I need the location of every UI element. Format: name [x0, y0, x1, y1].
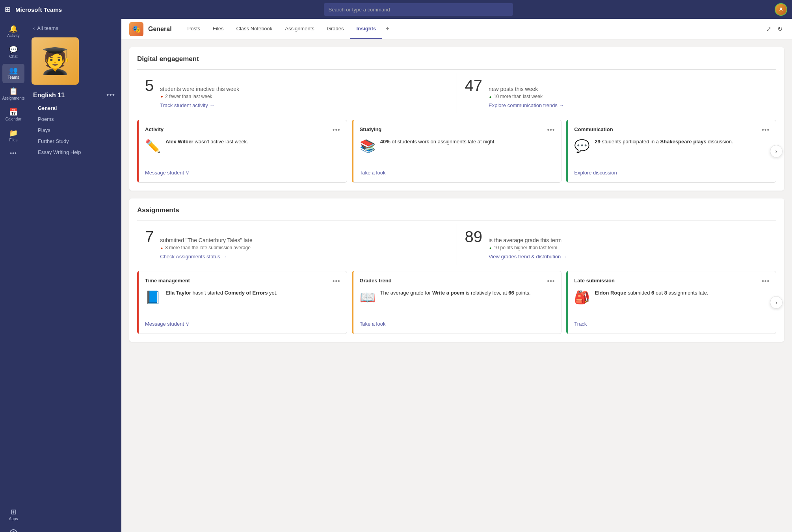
search-input[interactable] [329, 7, 508, 13]
view-grades-link[interactable]: View grades trend & distribution → [489, 254, 567, 260]
app-title: Microsoft Teams [15, 6, 62, 13]
channel-label-poems: Poems [38, 116, 54, 122]
inactive-number: 5 [145, 78, 154, 93]
tab-insights[interactable]: Insights [350, 19, 382, 39]
nav-label-activity: Activity [7, 33, 20, 38]
channel-icon: 🎭 [129, 22, 143, 36]
grade-triangle-icon [489, 245, 492, 250]
tab-files[interactable]: Files [206, 19, 230, 39]
channel-item-further-study[interactable]: Further Study [30, 136, 118, 146]
posts-number: 47 [465, 78, 483, 93]
explore-communication-link[interactable]: Explore communication trends → [489, 102, 564, 108]
refresh-button[interactable]: ↻ [776, 24, 784, 34]
late-stat: 7 submitted "The Canterbury Tales" late … [137, 224, 457, 265]
cards-nav-next-2[interactable]: › [770, 296, 783, 309]
nav-item-chat[interactable]: 💬 Chat [2, 43, 24, 62]
posts-sub: 10 more than last week [489, 94, 564, 99]
grades-trend-card-body: 📖 The average grade for Write a poem is … [360, 289, 555, 315]
team-name-row: English 11 ••• [27, 88, 121, 101]
nav-item-calendar[interactable]: 📅 Calendar [2, 106, 24, 125]
late-submission-card-header: Late submission ••• [574, 278, 770, 285]
channel-item-plays[interactable]: Plays [30, 125, 118, 135]
assignments-section: Assignments 7 submitted "The Canterbury … [129, 198, 784, 342]
channel-item-general[interactable]: General [30, 103, 118, 113]
inactive-sub-text: 2 fewer than last week [165, 94, 212, 99]
nav-item-assignments[interactable]: 📋 Assignments [2, 85, 24, 104]
tab-assignments[interactable]: Assignments [279, 19, 320, 39]
grade-stat: 89 is the average grade this term 10 poi… [457, 224, 777, 265]
studying-card-action[interactable]: Take a look [360, 170, 386, 176]
late-submission-card-dots[interactable]: ••• [762, 278, 770, 285]
tab-nav: Posts Files Class Notebook Assignments G… [181, 19, 764, 39]
nav-item-activity[interactable]: 🔔 Activity [2, 22, 24, 41]
nav-rail-top: 🔔 Activity 💬 Chat 👥 Teams 📋 Assignments … [2, 22, 24, 505]
expand-button[interactable]: ⤢ [764, 24, 773, 34]
channel-label-general: General [38, 105, 57, 111]
communication-card: Communication ••• 💬 29 students particip… [566, 120, 776, 183]
grade-sub-text: 10 points higher than last term [494, 245, 557, 250]
time-management-card: Time management ••• 📘 Ella Taylor hasn't… [137, 271, 347, 334]
avatar[interactable]: A [775, 3, 787, 16]
team-options-dots[interactable]: ••• [106, 91, 115, 99]
studying-card-header: Studying ••• [360, 126, 555, 133]
topbar: ⊞ Microsoft Teams A [0, 0, 792, 19]
late-submission-card-action[interactable]: Track [574, 321, 587, 327]
digital-engagement-title: Digital engagement [137, 55, 776, 63]
grade-sub: 10 points higher than last term [489, 245, 567, 250]
main-wrap: 🔔 Activity 💬 Chat 👥 Teams 📋 Assignments … [0, 19, 792, 532]
app-title-text: Microsoft Teams [15, 6, 62, 13]
activity-card-icon: ✏️ [145, 138, 161, 154]
activity-card-action[interactable]: Message student ∨ [145, 170, 190, 176]
tab-class-notebook[interactable]: Class Notebook [230, 19, 279, 39]
waffle-icon[interactable]: ⊞ [5, 5, 11, 14]
activity-card-dots[interactable]: ••• [333, 126, 340, 133]
nav-label-assignments: Assignments [2, 96, 24, 101]
tab-add-button[interactable]: + [382, 25, 393, 33]
team-avatar-emoji: 🧑‍🎓 [39, 46, 71, 76]
posts-stat: 47 new posts this week 10 more than last… [457, 73, 777, 113]
grade-number: 89 [465, 229, 483, 245]
nav-item-files[interactable]: 📁 Files [2, 126, 24, 146]
track-activity-link[interactable]: Track student activity → [160, 102, 214, 108]
sidebar-back[interactable]: ‹ All teams [27, 19, 121, 34]
grades-trend-card-dots[interactable]: ••• [547, 278, 555, 285]
nav-item-help[interactable]: ? Help [2, 526, 24, 532]
time-management-card-text: Ella Taylor hasn't started Comedy of Err… [165, 289, 277, 297]
activity-card: Activity ••• ✏️ Alex Wilber wasn't activ… [137, 120, 347, 183]
nav-label-chat: Chat [9, 54, 17, 59]
time-management-card-footer: Message student ∨ [145, 315, 340, 327]
late-sub-text: 3 more than the late submission average [165, 245, 251, 250]
channel-item-essay-writing[interactable]: Essay Writing Help [30, 147, 118, 158]
time-management-card-action[interactable]: Message student ∨ [145, 321, 190, 327]
content-area: 🎭 General Posts Files Class Notebook Ass… [121, 19, 792, 532]
activity-card-body: ✏️ Alex Wilber wasn't active last week. [145, 138, 340, 164]
channel-item-poems[interactable]: Poems [30, 114, 118, 124]
tab-grades[interactable]: Grades [321, 19, 350, 39]
tab-posts[interactable]: Posts [181, 19, 207, 39]
studying-card-text: 40% of students work on assignments late… [380, 138, 496, 145]
communication-card-dots[interactable]: ••• [762, 126, 770, 133]
time-management-card-dots[interactable]: ••• [333, 278, 340, 285]
nav-rail-bottom: ⊞ Apps ? Help [2, 505, 24, 532]
communication-card-icon: 💬 [574, 138, 590, 154]
activity-card-title: Activity [145, 126, 164, 132]
assignments-stats: 7 submitted "The Canterbury Tales" late … [137, 224, 776, 265]
studying-card-body: 📚 40% of students work on assignments la… [360, 138, 555, 164]
check-assignments-link[interactable]: Check Assignments status → [160, 254, 227, 260]
inactive-stat: 5 students were inactive this week 2 few… [137, 73, 457, 113]
tab-files-label: Files [213, 26, 223, 32]
communication-card-action[interactable]: Explore discussion [574, 170, 617, 176]
nav-item-more[interactable]: ••• [2, 147, 24, 159]
help-icon: ? [9, 529, 17, 532]
late-sub: 3 more than the late submission average [160, 245, 253, 250]
cards-nav-next-1[interactable]: › [770, 145, 783, 158]
nav-item-apps[interactable]: ⊞ Apps [2, 505, 24, 525]
nav-item-teams[interactable]: 👥 Teams [2, 64, 24, 83]
studying-card-dots[interactable]: ••• [547, 126, 555, 133]
activity-icon: 🔔 [9, 25, 18, 32]
late-triangle-icon [160, 245, 164, 250]
sidebar: ‹ All teams 🧑‍🎓 English 11 ••• General P… [27, 19, 121, 532]
more-icon: ••• [10, 150, 17, 156]
grades-trend-card-action[interactable]: Take a look [360, 321, 386, 327]
content-scroll: Digital engagement 5 students were inact… [121, 39, 792, 532]
